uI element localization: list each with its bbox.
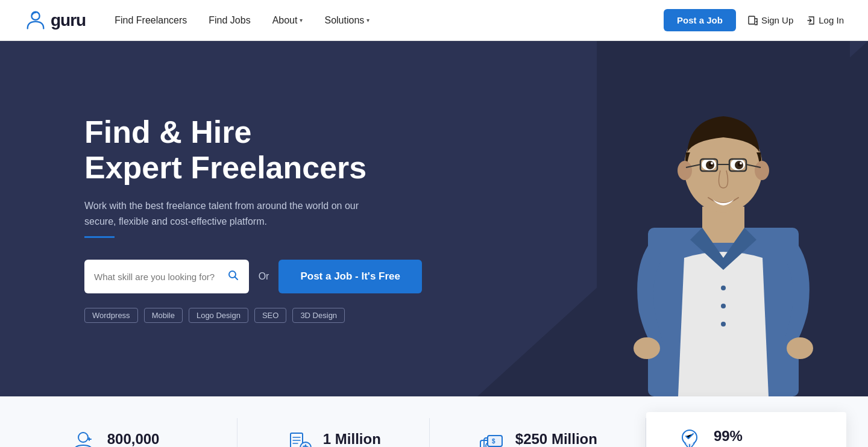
svg-point-23 xyxy=(721,286,726,290)
signup-icon xyxy=(748,16,758,25)
search-row: Or Post a Job - It's Free xyxy=(84,260,422,293)
solutions-chevron-icon: ▾ xyxy=(366,17,370,23)
nav-right: Post a Job Sign Up Log In xyxy=(664,9,844,31)
stat-paid: $ $250 Million Paid to Freelancers xyxy=(430,418,646,447)
svg-line-3 xyxy=(234,277,237,280)
satisfaction-text: 99% Customer Satisfaction Rate xyxy=(714,428,816,447)
paid-number: $250 Million xyxy=(515,431,597,447)
svg-point-28 xyxy=(78,433,88,442)
paid-icon: $ xyxy=(478,430,505,447)
svg-point-17 xyxy=(740,162,742,164)
or-text: Or xyxy=(259,271,269,282)
hero-content: Find & Hire Expert Freelancers Work with… xyxy=(0,66,422,372)
nav-find-freelancers[interactable]: Find Freelancers xyxy=(115,15,187,26)
svg-point-16 xyxy=(711,162,713,164)
stats-bar: 800,000 Employers Worldwide $ 1 Million … xyxy=(0,396,868,447)
employers-icon xyxy=(70,430,96,447)
invoices-number: 1 Million xyxy=(323,431,381,447)
svg-point-9 xyxy=(755,161,769,180)
employers-number: 800,000 xyxy=(107,431,189,447)
search-button[interactable] xyxy=(227,269,239,284)
svg-point-27 xyxy=(787,337,813,359)
hero-image xyxy=(579,41,868,396)
search-icon xyxy=(227,269,239,281)
hero-section: Find & Hire Expert Freelancers Work with… xyxy=(0,41,868,396)
signup-button[interactable]: Sign Up xyxy=(748,15,793,25)
employers-text: 800,000 Employers Worldwide xyxy=(107,431,189,447)
nav-about[interactable]: About ▾ xyxy=(272,15,303,26)
satisfaction-number: 99% xyxy=(714,428,816,445)
satisfaction-icon xyxy=(676,427,703,447)
logo[interactable]: guru xyxy=(24,9,86,32)
svg-point-25 xyxy=(721,322,726,327)
nav-find-jobs[interactable]: Find Jobs xyxy=(209,15,250,26)
svg-text:$: $ xyxy=(492,438,495,445)
tag-mobile[interactable]: Mobile xyxy=(144,308,183,323)
tags-container: Wordpress Mobile Logo Design SEO 3D Desi… xyxy=(84,308,422,323)
stat-satisfaction: 99% Customer Satisfaction Rate xyxy=(646,412,846,447)
login-button[interactable]: Log In xyxy=(805,15,844,25)
search-box xyxy=(84,260,249,293)
tag-logo-design[interactable]: Logo Design xyxy=(189,308,248,323)
search-input[interactable] xyxy=(94,272,227,282)
post-job-nav-button[interactable]: Post a Job xyxy=(664,9,736,31)
invoices-icon: $ xyxy=(286,430,312,447)
svg-rect-1 xyxy=(749,16,755,24)
svg-point-24 xyxy=(721,304,726,308)
hero-subtitle: Work with the best freelance talent from… xyxy=(84,198,392,229)
hero-divider xyxy=(84,236,115,238)
paid-text: $250 Million Paid to Freelancers xyxy=(515,431,597,447)
hero-person-svg xyxy=(597,41,850,396)
about-chevron-icon: ▾ xyxy=(300,17,303,23)
navbar: guru Find Freelancers Find Jobs About ▾ … xyxy=(0,0,868,41)
login-icon xyxy=(805,16,815,25)
stat-employers: 800,000 Employers Worldwide xyxy=(22,418,237,447)
nav-links: Find Freelancers Find Jobs About ▾ Solut… xyxy=(115,15,664,26)
nav-solutions[interactable]: Solutions ▾ xyxy=(324,15,370,26)
logo-text: guru xyxy=(51,11,86,30)
svg-text:$: $ xyxy=(304,445,307,447)
tag-3d-design[interactable]: 3D Design xyxy=(292,308,345,323)
invoices-text: 1 Million Paid Invoices xyxy=(323,431,381,447)
post-job-hero-button[interactable]: Post a Job - It's Free xyxy=(278,260,422,293)
svg-point-26 xyxy=(634,337,660,359)
svg-point-8 xyxy=(678,161,692,180)
tag-seo[interactable]: SEO xyxy=(254,308,286,323)
hero-title: Find & Hire Expert Freelancers xyxy=(84,114,422,187)
tag-wordpress[interactable]: Wordpress xyxy=(84,308,138,323)
stat-invoices: $ 1 Million Paid Invoices xyxy=(237,418,430,447)
logo-icon xyxy=(24,9,47,32)
